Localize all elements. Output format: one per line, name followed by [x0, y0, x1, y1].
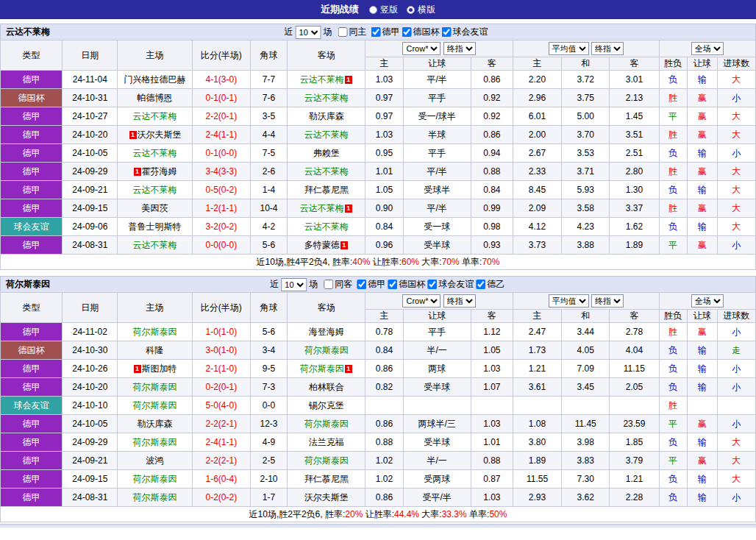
score-cell[interactable]: 1-0(1-0) — [192, 323, 250, 341]
team-link[interactable]: 沃尔夫斯堡 — [138, 129, 182, 140]
team-link[interactable]: 锡尔克堡 — [309, 400, 344, 411]
team-link[interactable]: 荷尔斯泰因 — [304, 455, 349, 466]
team-link[interactable]: 多特蒙德 — [304, 240, 340, 250]
layout-radio[interactable]: 竖版 — [369, 4, 398, 16]
final-index-select[interactable]: 终指 — [443, 294, 476, 308]
final-index-select-2[interactable]: 终指 — [591, 42, 624, 55]
same-venue-filter[interactable]: 同客 — [324, 278, 352, 291]
score-cell[interactable]: 2-2(2-1) — [192, 452, 250, 470]
score-cell[interactable]: 3-0(1-0) — [192, 341, 250, 360]
odds-cell: 平/半 — [403, 71, 471, 89]
team-link[interactable]: 荷尔斯泰因 — [304, 419, 349, 429]
team-link[interactable]: 斯图加特 — [142, 363, 177, 374]
bookmaker-select[interactable]: Crow* — [402, 42, 441, 55]
league-checkbox[interactable] — [357, 280, 366, 289]
league-filter[interactable]: 球会友谊 — [427, 278, 474, 291]
team-link[interactable]: 云达不莱梅 — [304, 166, 349, 177]
team-link[interactable]: 云达不莱梅 — [304, 93, 349, 103]
same-venue-checkbox[interactable] — [324, 280, 333, 289]
team-link[interactable]: 柏林联合 — [309, 382, 344, 392]
score-cell[interactable]: 5-0(4-0) — [192, 397, 250, 415]
league-filter[interactable]: 德国杯 — [402, 26, 440, 38]
final-index-select[interactable]: 终指 — [443, 42, 476, 55]
team-link[interactable]: 荷尔斯泰因 — [300, 363, 344, 374]
team-link[interactable]: 云达不莱梅 — [300, 203, 344, 213]
team-link[interactable]: 云达不莱梅 — [133, 111, 177, 121]
score-cell[interactable]: 1-6(0-4) — [192, 470, 250, 489]
score-cell[interactable]: 2-2(0-1) — [192, 107, 250, 126]
team-link[interactable]: 云达不莱梅 — [133, 185, 177, 195]
score-cell[interactable]: 0-1(0-1) — [192, 89, 250, 107]
team-link[interactable]: 霍芬海姆 — [142, 166, 177, 177]
score-cell[interactable]: 0-2(0-1) — [192, 378, 250, 397]
team-link[interactable]: 美因茨 — [142, 203, 168, 213]
summary-part: 近10场,胜4平2负4, 胜率: — [257, 257, 353, 267]
league-filter[interactable]: 德乙 — [476, 278, 504, 291]
score-cell[interactable]: 3-2(0-2) — [192, 218, 250, 236]
team-link[interactable]: 云达不莱梅 — [133, 240, 177, 250]
league-checkbox[interactable] — [442, 27, 452, 37]
score-cell[interactable]: 2-1(1-0) — [192, 360, 250, 378]
average-select[interactable]: 平均值 — [549, 294, 589, 308]
team-link[interactable]: 海登海姆 — [309, 327, 344, 337]
team-link[interactable]: 法兰克福 — [309, 437, 344, 447]
team-link[interactable]: 普鲁士明斯特 — [129, 221, 182, 232]
match-count-select[interactable]: 10 — [296, 26, 321, 39]
odds-cell: 1.01 — [471, 433, 513, 452]
score-cell[interactable]: 2-2(2-1) — [192, 415, 250, 433]
odds-cell: 4.23 — [562, 218, 610, 236]
team-link[interactable]: 荷尔斯泰因 — [304, 345, 349, 355]
team-link[interactable]: 门兴格拉德巴赫 — [124, 74, 186, 85]
final-index-select-2[interactable]: 终指 — [591, 294, 624, 308]
score-cell[interactable]: 4-1(3-0) — [192, 71, 250, 89]
home-team-cell: 1霍芬海姆 — [118, 163, 192, 181]
score-cell[interactable]: 3-4(3-3) — [192, 163, 250, 181]
team-link[interactable]: 勒沃库森 — [138, 419, 173, 429]
score-cell[interactable]: 0-0(0-0) — [192, 236, 250, 255]
bookmaker-select[interactable]: Crow* — [402, 294, 441, 308]
league-filter[interactable]: 德甲 — [357, 278, 385, 291]
league-filter[interactable]: 德甲 — [371, 26, 400, 38]
score-cell[interactable]: 0-5(0-2) — [192, 181, 250, 199]
team-link[interactable]: 拜仁慕尼黑 — [304, 474, 349, 484]
team-link[interactable]: 荷尔斯泰因 — [133, 400, 177, 411]
team-link[interactable]: 云达不莱梅 — [304, 129, 349, 140]
same-venue-checkbox[interactable] — [338, 27, 348, 37]
league-filter[interactable]: 球会友谊 — [442, 26, 488, 38]
score-cell[interactable]: 2-4(1-1) — [192, 126, 250, 144]
team-link[interactable]: 云达不莱梅 — [133, 148, 177, 158]
score-cell[interactable]: 0-2(0-2) — [192, 489, 250, 507]
team-link[interactable]: 荷尔斯泰因 — [133, 437, 177, 447]
average-select[interactable]: 平均值 — [549, 42, 589, 55]
league-filter[interactable]: 德国杯 — [388, 278, 425, 291]
team-name[interactable]: 荷尔斯泰因 — [1, 278, 50, 291]
team-name[interactable]: 云达不莱梅 — [1, 26, 50, 38]
score-cell[interactable]: 0-1(0-0) — [192, 144, 250, 163]
team-link[interactable]: 荷尔斯泰因 — [133, 327, 177, 337]
team-link[interactable]: 云达不莱梅 — [300, 74, 344, 85]
full-match-select[interactable]: 全场 — [691, 294, 724, 308]
league-checkbox[interactable] — [476, 280, 485, 289]
team-link[interactable]: 拜仁慕尼黑 — [304, 185, 349, 195]
team-link[interactable]: 弗赖堡 — [313, 148, 340, 158]
layout-radio[interactable]: 横版 — [407, 4, 435, 16]
corners-cell: 3-5 — [250, 107, 287, 126]
league-checkbox[interactable] — [371, 27, 381, 37]
full-match-select[interactable]: 全场 — [691, 42, 724, 55]
team-link[interactable]: 科隆 — [146, 345, 164, 355]
team-link[interactable]: 荷尔斯泰因 — [133, 492, 177, 502]
league-checkbox[interactable] — [427, 280, 437, 289]
team-link[interactable]: 荷尔斯泰因 — [133, 382, 177, 392]
league-checkbox[interactable] — [388, 280, 397, 289]
score-cell[interactable]: 1-2(1-1) — [192, 199, 250, 218]
league-checkbox[interactable] — [402, 27, 412, 37]
team-link[interactable]: 勒沃库森 — [309, 111, 344, 121]
team-link[interactable]: 荷尔斯泰因 — [133, 474, 177, 484]
match-count-select[interactable]: 10 — [281, 278, 307, 291]
team-link[interactable]: 帕德博恩 — [138, 93, 173, 103]
same-venue-filter[interactable]: 同主 — [338, 26, 367, 38]
team-link[interactable]: 波鸿 — [146, 455, 164, 466]
score-cell[interactable]: 2-4(1-1) — [192, 433, 250, 452]
team-link[interactable]: 云达不莱梅 — [304, 221, 349, 232]
team-link[interactable]: 沃尔夫斯堡 — [304, 492, 349, 502]
